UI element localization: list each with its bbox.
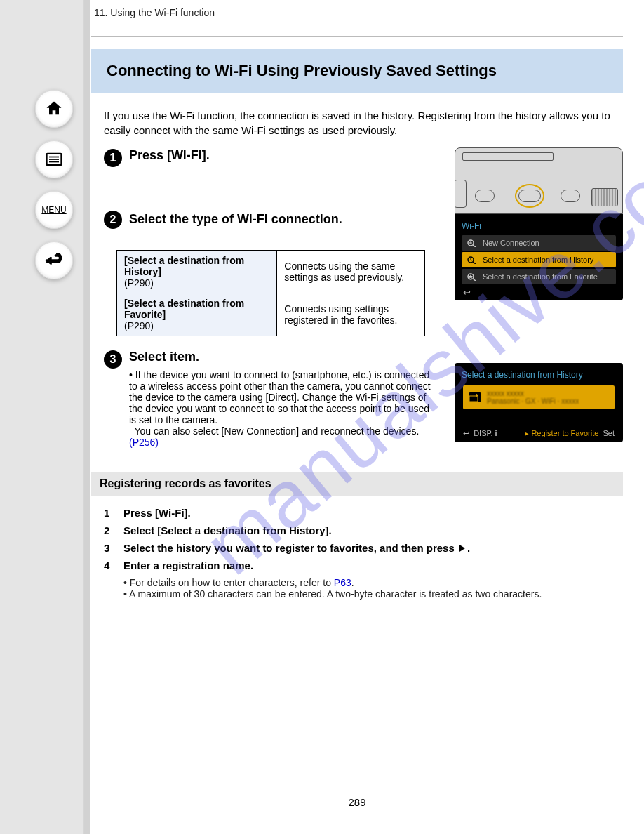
link-p290-a[interactable]: (P290) — [124, 277, 154, 289]
page-edge-stripe — [84, 0, 90, 834]
right-arrow-icon — [457, 543, 467, 553]
page-number: 289 — [91, 796, 623, 808]
lcd2-header: Select a destination from History — [462, 370, 616, 380]
table-row: [Select a destination from History] (P29… — [117, 251, 425, 293]
lcd2-footer: ↩ DISP. i ▸ Register to Favorite Set — [459, 429, 619, 438]
step-number-1: 1 — [104, 149, 122, 167]
nav-menu-button[interactable]: MENU — [35, 191, 73, 229]
table-cell-desc-2: Connects using settings registered in th… — [277, 293, 425, 336]
step-2-text: Select the type of Wi-Fi connection. — [129, 209, 342, 227]
substep-4: 4 Enter a registration name. — [104, 560, 623, 571]
table-cell-label-1: [Select a destination from History] (P29… — [117, 251, 277, 293]
svg-marker-15 — [469, 274, 473, 279]
lcd1-row-favorite-text: Select a destination from Favorite — [483, 272, 598, 281]
step-number-2: 2 — [104, 211, 122, 229]
breadcrumb: 11. Using the Wi-Fi function — [94, 7, 623, 18]
svg-line-10 — [473, 262, 476, 264]
table-row: [Select a destination from Favorite] (P2… — [117, 293, 425, 336]
divider — [91, 36, 623, 37]
lcd1-header: Wi-Fi — [462, 221, 616, 231]
lcd1-row-history-text: Select a destination from History — [483, 256, 593, 264]
lcd2-selected-row: xxxxx xxxxxPanasonic · GX · WiFi · xxxxx — [463, 385, 615, 409]
substep-2: 2 Select [Select a destination from Hist… — [104, 524, 623, 536]
back-arrow-icon — [44, 251, 64, 270]
page-title: Connecting to Wi-Fi Using Previously Sav… — [91, 49, 623, 93]
step-3-title: Select item. — [129, 349, 442, 365]
lcd1-back-icon: ↩ — [463, 287, 615, 298]
substep-4-note-2: • A maximum of 30 characters can be ente… — [123, 588, 623, 600]
lcd1-row-new: New Connection — [462, 235, 616, 251]
sidebar: MENU — [0, 0, 84, 834]
page-content: 11. Using the Wi-Fi function Connecting … — [84, 0, 644, 834]
home-icon — [44, 99, 64, 119]
link-p256[interactable]: (P256) — [129, 437, 159, 448]
star-magnifier-icon — [467, 272, 478, 281]
substep-1: 1 Press [Wi-Fi]. — [104, 507, 623, 519]
intro-text: If you use the Wi-Fi function, the conne… — [91, 93, 623, 142]
lcd1-row-favorite: Select a destination from Favorite — [462, 269, 616, 284]
plus-magnifier-icon — [467, 239, 478, 247]
svg-marker-17 — [459, 545, 465, 552]
menu-label: MENU — [41, 205, 66, 215]
table-cell-label-2: [Select a destination from Favorite] (P2… — [117, 293, 277, 336]
svg-line-14 — [473, 279, 476, 281]
step-3: 3 Select item. • If the device you want … — [104, 349, 623, 448]
svg-line-6 — [473, 245, 476, 247]
table-cell-desc-1: Connects using the same settings as used… — [277, 251, 425, 293]
svg-rect-16 — [469, 396, 478, 402]
lcd-history-select: Select a destination from History xxxxx … — [455, 363, 623, 442]
step-1-text: Press [Wi-Fi]. — [129, 147, 210, 167]
nav-toc-button[interactable] — [35, 140, 73, 178]
nav-home-button[interactable] — [35, 90, 73, 128]
link-p63[interactable]: P63 — [334, 577, 351, 588]
link-p290-b[interactable]: (P290) — [124, 320, 154, 331]
step-number-3: 3 — [104, 350, 122, 369]
nav-back-button[interactable] — [35, 241, 73, 279]
figure-column: Wi-Fi New Connection Select a destinatio… — [455, 147, 623, 300]
breadcrumb-section: 11. — [94, 7, 107, 18]
subheading-register-favorites: Registering records as favorites — [91, 472, 623, 496]
substep-3: 3 Select the history you want to registe… — [104, 542, 623, 554]
breadcrumb-text: Using the Wi-Fi function — [110, 7, 215, 18]
send-icon — [469, 392, 481, 402]
substep-4-note-1: • For details on how to enter characters… — [123, 577, 623, 588]
list-icon — [44, 150, 64, 169]
svg-line-12 — [471, 260, 472, 260]
substeps: 1 Press [Wi-Fi]. 2 Select [Select a dest… — [104, 507, 623, 600]
clock-magnifier-icon — [467, 256, 478, 264]
camera-top-illustration — [455, 147, 623, 214]
connection-options-table: [Select a destination from History] (P29… — [116, 250, 425, 336]
lcd-wifi-menu: Wi-Fi New Connection Select a destinatio… — [455, 214, 623, 300]
lcd1-row-new-text: New Connection — [483, 239, 539, 247]
step-3-bullet: • If the device you want to connect to (… — [129, 369, 442, 448]
lcd1-row-history: Select a destination from History — [462, 252, 616, 267]
